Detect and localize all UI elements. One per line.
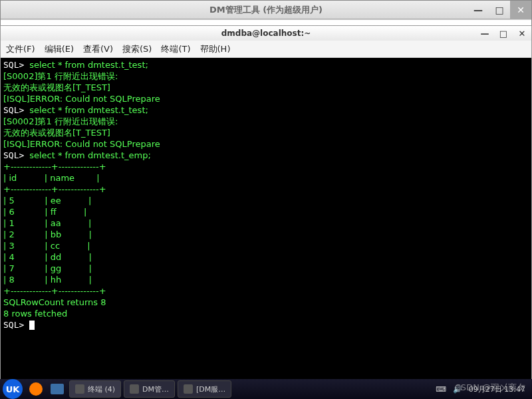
app-icon	[130, 384, 139, 394]
terminal-title: dmdba@localhost:~	[221, 29, 311, 38]
menu-search[interactable]: 搜索(S)	[122, 43, 152, 55]
terminal-output[interactable]: SQL> select * from dmtest.t_test; [S0002…	[1, 58, 531, 384]
terminal-window: dmdba@localhost:~ — □ ✕ 文件(F) 编辑(E) 查看(V…	[0, 25, 532, 384]
taskbar-label: 终端 (4)	[88, 384, 115, 394]
maximize-button[interactable]: □	[489, 1, 510, 19]
start-button[interactable]: UK	[3, 379, 23, 399]
terminal-titlebar[interactable]: dmdba@localhost:~ — □ ✕	[1, 26, 531, 41]
app-icon	[184, 384, 193, 394]
dm-window-controls: — □ ✕	[467, 1, 531, 19]
menu-file[interactable]: 文件(F)	[6, 43, 35, 55]
terminal-window-controls: — □ ✕	[475, 26, 531, 41]
menu-help[interactable]: 帮助(H)	[200, 43, 231, 55]
volume-icon[interactable]: 🔊	[453, 385, 462, 394]
dm-manager-window: DM管理工具 (作为超级用户) — □ ✕	[0, 0, 532, 27]
terminal-icon	[75, 384, 84, 394]
taskbar-item-dm-service[interactable]: [DM服…	[178, 380, 231, 398]
maximize-button[interactable]: □	[494, 26, 513, 41]
files-launcher[interactable]	[49, 381, 66, 397]
close-button[interactable]: ✕	[513, 26, 531, 41]
clock[interactable]: 09月27日 13:47	[469, 384, 525, 394]
dm-titlebar[interactable]: DM管理工具 (作为超级用户) — □ ✕	[1, 1, 531, 19]
taskbar-label: DM管…	[142, 384, 169, 394]
menu-view[interactable]: 查看(V)	[83, 43, 113, 55]
keyboard-icon[interactable]: ⌨	[436, 385, 446, 394]
taskbar: UK 终端 (4) DM管… [DM服… ⌨ 🔊 09月27日 13:47	[0, 379, 532, 399]
menu-terminal[interactable]: 终端(T)	[161, 43, 190, 55]
system-tray: ⌨ 🔊 09月27日 13:47	[436, 384, 532, 394]
close-button[interactable]: ✕	[510, 1, 531, 19]
dm-title: DM管理工具 (作为超级用户)	[209, 4, 323, 16]
minimize-button[interactable]: —	[467, 1, 489, 19]
taskbar-item-dm-manager[interactable]: DM管…	[124, 380, 175, 398]
menu-edit[interactable]: 编辑(E)	[45, 43, 74, 55]
firefox-launcher[interactable]	[27, 381, 45, 397]
taskbar-item-terminal[interactable]: 终端 (4)	[69, 380, 121, 398]
minimize-button[interactable]: —	[475, 26, 494, 41]
taskbar-label: [DM服…	[196, 384, 225, 394]
terminal-menubar: 文件(F) 编辑(E) 查看(V) 搜索(S) 终端(T) 帮助(H)	[1, 41, 531, 58]
